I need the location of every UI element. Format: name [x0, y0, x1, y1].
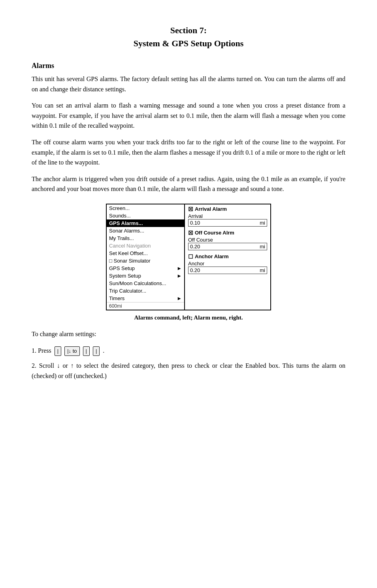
menu-item-sounds[interactable]: Sounds...	[107, 212, 184, 219]
menu-item-system-setup[interactable]: System Setup►	[107, 272, 184, 280]
change-alarm-label: To change alarm settings:	[32, 329, 345, 339]
anchor-unit: mi	[260, 267, 265, 273]
menu-item-my-trails[interactable]: My Trails...	[107, 234, 184, 242]
figure-caption: Alarms command, left; Alarm menu, right.	[32, 314, 345, 321]
off-course-value-row[interactable]: 0.20 mi	[188, 243, 267, 250]
anchor-value: 0.20	[190, 267, 200, 273]
off-course-alarm-title[interactable]: Off Course Alrm	[188, 230, 267, 236]
anchor-label: Anchor	[188, 261, 267, 267]
menu-item-set-keel-offset[interactable]: Set Keel Offset...	[107, 250, 184, 257]
step1-key4[interactable]: |	[93, 346, 100, 356]
menu-item-gps-setup[interactable]: GPS Setup►	[107, 265, 184, 272]
off-course-unit: mi	[260, 244, 265, 250]
arrival-label: Arrival	[188, 213, 267, 219]
step1-prefix: 1. Press	[32, 346, 51, 356]
arrival-alarm-title[interactable]: Arrival Alarm	[188, 206, 267, 212]
arrival-value: 0.10	[190, 220, 200, 226]
menu-item-sun-moon[interactable]: Sun/Moon Calculations...	[107, 280, 184, 287]
paragraph-4: The anchor alarm is triggered when you d…	[32, 174, 345, 194]
menu-item-gps-alarms[interactable]: GPS Alarms...	[107, 219, 184, 227]
menu-footer: 600mi	[107, 302, 184, 310]
menu-item-screen[interactable]: Screen...	[107, 204, 184, 212]
step1-key3[interactable]: |	[83, 346, 90, 356]
menu-item-trip-calculator[interactable]: Trip Calculator...	[107, 287, 184, 295]
arrival-value-row[interactable]: 0.10 mi	[188, 219, 267, 227]
anchor-value-row[interactable]: 0.20 mi	[188, 267, 267, 274]
paragraph-1: This unit has several GPS alarms. The fa…	[32, 74, 345, 94]
menu-item-sonar-simulator[interactable]: □ Sonar Simulator	[107, 257, 184, 265]
menu-item-timers[interactable]: Timers►	[107, 295, 184, 302]
section-heading: Alarms	[32, 62, 345, 70]
off-course-value: 0.20	[190, 244, 200, 250]
paragraph-3: The off course alarm warns you when your…	[32, 137, 345, 168]
left-menu-panel: Screen... Sounds... GPS Alarms... Sonar …	[106, 204, 185, 310]
step1-suffix: .	[103, 346, 104, 356]
menu-item-sonar-alarms[interactable]: Sonar Alarms...	[107, 227, 184, 234]
right-alarm-panel: Arrival Alarm Arrival 0.10 mi Off Course…	[184, 204, 271, 310]
paragraph-2: You can set an arrival alarm to flash a …	[32, 100, 345, 131]
step1-key2[interactable]: |↓ to	[64, 346, 79, 356]
arrival-unit: mi	[260, 220, 265, 226]
menu-item-cancel-navigation[interactable]: Cancel Navigation	[107, 242, 184, 250]
step1-key1[interactable]: |	[55, 346, 61, 356]
step-2: 2. Scroll ↓ or ↑ to select the desired c…	[32, 361, 345, 381]
page-title: Section 7: System & GPS Setup Options	[32, 24, 345, 50]
step-1: 1. Press | |↓ to | | .	[32, 346, 345, 356]
figure: Screen... Sounds... GPS Alarms... Sonar …	[32, 204, 345, 310]
off-course-label: Off Course	[188, 237, 267, 243]
anchor-alarm-title[interactable]: Anchor Alarm	[188, 253, 267, 260]
